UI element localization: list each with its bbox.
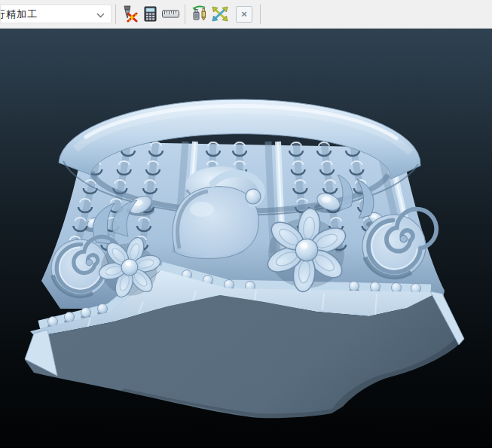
model-canvas[interactable] — [0, 29, 492, 447]
tool-change-icon — [191, 5, 209, 23]
close-toolbar-button[interactable]: × — [236, 6, 252, 23]
machining-toolbar: 行精加工 — [0, 0, 492, 29]
ruler-button[interactable] — [160, 4, 181, 24]
application-window: 行精加工 — [0, 0, 492, 448]
3d-viewport[interactable] — [0, 29, 492, 447]
strategy-combobox[interactable]: 行精加工 — [0, 5, 112, 23]
model-column-capital — [25, 99, 464, 418]
transform-arrows-button[interactable] — [209, 4, 230, 24]
close-icon: × — [241, 9, 247, 19]
strategy-combobox-value: 行精加工 — [0, 8, 38, 21]
toolbar-separator — [185, 5, 185, 24]
chevron-down-icon[interactable] — [96, 8, 105, 21]
toolbar-separator — [115, 5, 116, 24]
calculator-icon — [142, 5, 159, 23]
calculator-button[interactable] — [140, 4, 160, 24]
simulate-toolpath-icon — [121, 5, 139, 23]
simulate-toolpath-button[interactable] — [120, 4, 140, 24]
ruler-icon — [161, 5, 180, 23]
toolbar-separator — [260, 5, 261, 24]
transform-arrows-icon — [211, 5, 229, 23]
tool-change-button[interactable] — [189, 4, 209, 24]
